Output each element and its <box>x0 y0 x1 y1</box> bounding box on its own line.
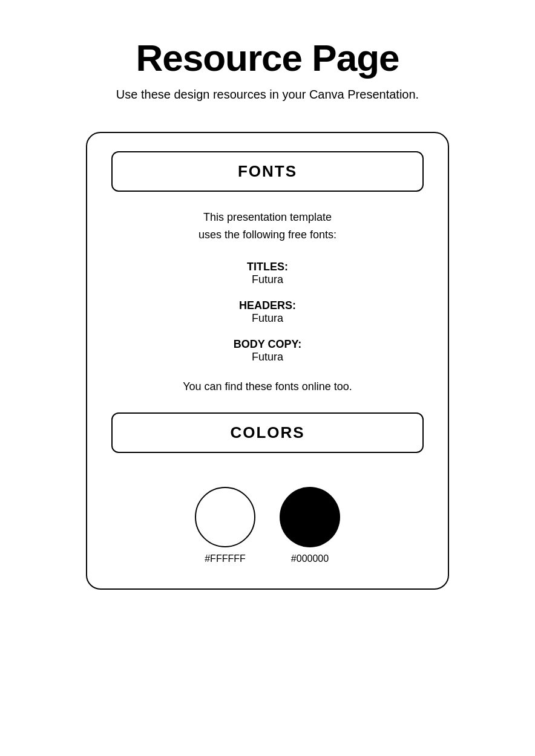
font-titles-value: Futura <box>247 273 288 286</box>
colors-section: COLORS #FFFFFF #000000 <box>111 412 424 564</box>
fonts-intro-text: This presentation template uses the foll… <box>199 209 336 244</box>
color-swatches-container: #FFFFFF #000000 <box>195 487 340 564</box>
color-swatch-white: #FFFFFF <box>195 487 255 564</box>
font-headers-value: Futura <box>239 312 296 325</box>
font-entry-headers: HEADERS: Futura <box>239 299 296 325</box>
fonts-intro-line2: uses the following free fonts: <box>199 229 336 241</box>
fonts-section-header: FONTS <box>111 151 424 192</box>
font-headers-label: HEADERS: <box>239 299 296 312</box>
fonts-intro-line1: This presentation template <box>203 211 332 223</box>
color-circle-black <box>280 487 340 547</box>
resource-card: FONTS This presentation template uses th… <box>86 132 449 590</box>
page-title: Resource Page <box>136 36 399 79</box>
color-circle-white <box>195 487 255 547</box>
font-body-copy-value: Futura <box>234 351 301 363</box>
font-entry-titles: TITLES: Futura <box>247 261 288 286</box>
font-body-copy-label: BODY COPY: <box>234 338 301 351</box>
fonts-outro-text: You can find these fonts online too. <box>183 380 352 393</box>
font-titles-label: TITLES: <box>247 261 288 273</box>
colors-section-header: COLORS <box>111 412 424 453</box>
color-hex-black: #000000 <box>291 553 329 564</box>
font-entry-body-copy: BODY COPY: Futura <box>234 338 301 363</box>
page-subtitle: Use these design resources in your Canva… <box>116 88 419 102</box>
color-hex-white: #FFFFFF <box>205 553 246 564</box>
colors-header-label: COLORS <box>230 423 304 442</box>
color-swatch-black: #000000 <box>280 487 340 564</box>
fonts-header-label: FONTS <box>238 162 297 180</box>
